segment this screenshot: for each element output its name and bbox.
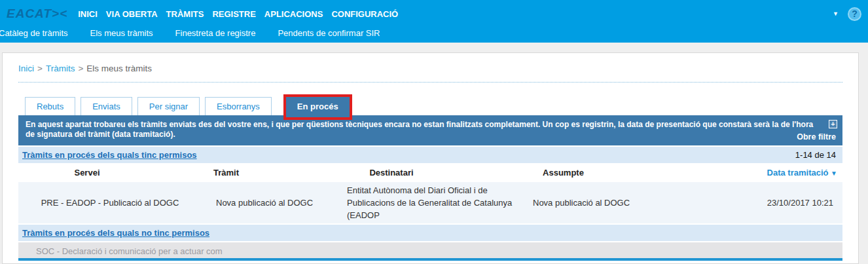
subnav-item-cataleg-de-tramits[interactable]: Catàleg de tràmits (0, 28, 68, 38)
tab-esborranys[interactable]: Esborranys (205, 97, 272, 116)
tab-per-signar[interactable]: Per signar (137, 97, 200, 116)
column-header-tramit: Tràmit (202, 168, 342, 178)
nav-item-configuracio[interactable]: CONFIGURACIÓ (331, 9, 398, 19)
breadcrumb-separator: > (37, 64, 43, 73)
top-navigation-bar: EACAT>< INICI VIA OBERTA TRÀMITS REGISTR… (0, 0, 868, 43)
sub-nav-row: Catàleg de tràmits Els meus tràmits Fine… (0, 25, 868, 41)
dotted-divider (18, 82, 842, 83)
subnav-item-pendents-de-confirmar-sir[interactable]: Pendents de confirmar SIR (278, 28, 380, 38)
bottom-blue-strip (18, 258, 842, 261)
eacat-logo[interactable]: EACAT>< (7, 7, 67, 21)
main-nav: INICI VIA OBERTA TRÀMITS REGISTRE APLICA… (78, 9, 398, 19)
breadcrumb-link-tramits[interactable]: Tràmits (46, 64, 75, 73)
nav-item-inici[interactable]: INICI (78, 9, 98, 19)
tab-bar: Rebuts Enviats Per signar Esborranys En … (18, 97, 842, 115)
info-bar-text: En aquest apartat trobareu els tràmits e… (26, 120, 813, 139)
column-header-data-label: Data tramitació (767, 168, 829, 178)
table-header-row: Servei Tràmit Destinatari Assumpte Data … (18, 163, 842, 181)
breadcrumb-separator: > (78, 64, 83, 73)
cell-tramit: Nova publicació al DOGC (202, 197, 342, 209)
main-nav-row: EACAT>< INICI VIA OBERTA TRÀMITS REGISTR… (0, 0, 868, 25)
section-without-permissions-link[interactable]: Tràmits en procés dels quals no tinc per… (22, 228, 209, 238)
breadcrumb-current: Els meus tràmits (86, 64, 152, 73)
cell-servei: PRE - EADOP - Publicació al DOGC (18, 197, 202, 209)
help-icon[interactable]: ? (848, 7, 861, 21)
cell-assumpte: Nova publicació al DOGC (532, 197, 673, 209)
nav-item-via-oberta[interactable]: VIA OBERTA (106, 9, 158, 19)
breadcrumb: Inici>Tràmits>Els meus tràmits (3, 53, 858, 82)
tab-rebuts[interactable]: Rebuts (25, 97, 75, 116)
nav-item-tramits[interactable]: TRÀMITS (166, 9, 204, 19)
user-menu-caret-icon[interactable]: ▼ (833, 10, 839, 17)
red-highlight-box: En procés (283, 94, 352, 120)
section-with-permissions-bar: Tràmits en procés dels quals tinc permis… (18, 147, 842, 163)
tab-enviats[interactable]: Enviats (81, 97, 132, 116)
column-header-assumpte: Assumpte (532, 168, 673, 178)
column-header-destinatari: Destinatari (342, 168, 532, 178)
cell-destinatari: Entitat Autònoma del Diari Oficial i de … (342, 184, 527, 221)
table-row-no-permissions: SOC - Declaració i comunicació per a act… (18, 242, 842, 258)
section-without-permissions-bar: Tràmits en procés dels quals no tinc per… (18, 225, 842, 241)
open-filter-link[interactable]: Obre filtre (797, 132, 836, 142)
column-header-data-tramitacio-sort[interactable]: Data tramitació ▼ (673, 168, 842, 178)
column-header-servei: Servei (18, 168, 202, 178)
cell-data-tramitacio: 23/10/2017 10:21 (673, 197, 842, 209)
sort-descending-icon: ▼ (831, 170, 837, 177)
nav-item-registre[interactable]: REGISTRE (212, 9, 255, 19)
tab-en-proces[interactable]: En procés (286, 97, 350, 117)
breadcrumb-link-inici[interactable]: Inici (18, 64, 34, 73)
subnav-item-els-meus-tramits[interactable]: Els meus tràmits (90, 28, 153, 38)
nav-item-aplicacions[interactable]: APLICACIONS (264, 9, 323, 19)
info-bar: En aquest apartat trobareu els tràmits e… (18, 115, 842, 145)
cell-servei-no-permissions: SOC - Declaració i comunicació per a act… (36, 246, 223, 256)
result-count: 1-14 de 14 (795, 150, 836, 160)
content-panel: Inici>Tràmits>Els meus tràmits Rebuts En… (2, 52, 859, 264)
section-with-permissions-link[interactable]: Tràmits en procés dels quals tinc permis… (22, 150, 197, 160)
subnav-item-finestreta-de-registre[interactable]: Finestreta de registre (175, 28, 256, 38)
expand-plus-icon[interactable]: + (829, 120, 837, 128)
table-row[interactable]: PRE - EADOP - Publicació al DOGC Nova pu… (18, 182, 842, 223)
